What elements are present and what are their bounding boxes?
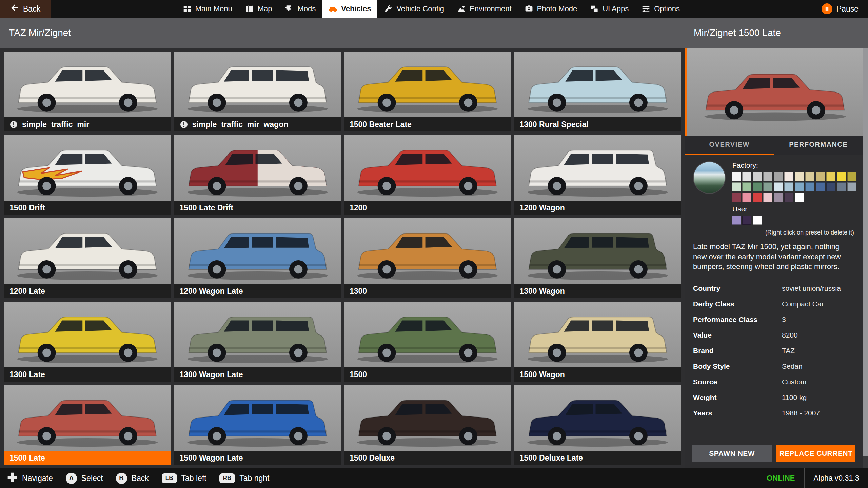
menu-item-label: Main Menu: [195, 4, 232, 13]
menu-item-ui-apps[interactable]: UI Apps: [584, 0, 635, 18]
menu-item-mods[interactable]: Mods: [279, 0, 322, 18]
menu-item-options[interactable]: Options: [635, 0, 686, 18]
vehicle-card-1300-wagon[interactable]: 1300 Wagon: [514, 218, 681, 298]
pause-button[interactable]: Pause: [812, 0, 868, 18]
vehicle-name: 1500 Deluxe Late: [520, 453, 583, 463]
factory-color-swatch-15[interactable]: [753, 182, 762, 191]
factory-color-swatch-10[interactable]: [826, 172, 835, 181]
user-color-swatch-2[interactable]: [742, 216, 751, 225]
spec-key: Value: [693, 331, 782, 339]
user-colors-label: User:: [732, 205, 858, 213]
tab-overview[interactable]: OVERVIEW: [685, 136, 774, 155]
factory-color-swatch-20[interactable]: [805, 182, 814, 191]
factory-color-swatch-6[interactable]: [784, 172, 793, 181]
spec-key: Derby Class: [693, 300, 782, 308]
factory-color-swatch-11[interactable]: [837, 172, 846, 181]
vehicle-card-1500-beater-late[interactable]: 1500 Beater Late: [344, 52, 511, 131]
vehicle-name: 1200: [350, 203, 367, 212]
factory-color-swatch-30[interactable]: [784, 193, 793, 202]
menu-item-label: Map: [258, 4, 272, 13]
vehicles-icon: [329, 4, 337, 13]
factory-color-swatch-27[interactable]: [753, 193, 762, 202]
vehicle-card-1200-wagon[interactable]: 1200 Wagon: [514, 135, 681, 215]
vehicle-card-1500[interactable]: 1500: [344, 302, 511, 382]
spec-value: 8200: [782, 331, 863, 339]
factory-color-swatch-13[interactable]: [732, 182, 741, 191]
factory-color-swatch-21[interactable]: [816, 182, 825, 191]
vehicle-card-label: 1500 Deluxe: [344, 451, 511, 465]
menu-item-vehicles[interactable]: Vehicles: [322, 0, 377, 18]
factory-color-swatch-31[interactable]: [795, 193, 804, 202]
menu-item-photo-mode[interactable]: Photo Mode: [518, 0, 584, 18]
menu-item-label: Photo Mode: [537, 4, 577, 13]
spec-row-years: Years1988 - 2007: [693, 405, 863, 421]
scrollbar-thumb[interactable]: [863, 48, 868, 456]
user-color-swatch-3[interactable]: [753, 216, 762, 225]
environment-icon: [457, 4, 466, 13]
factory-color-swatch-26[interactable]: [742, 193, 751, 202]
factory-color-swatch-16[interactable]: [763, 182, 772, 191]
detail-scrollbar[interactable]: [863, 48, 868, 468]
vehicle-card-1500-drift[interactable]: 1500 Drift: [4, 135, 171, 215]
back-button[interactable]: Back: [0, 0, 51, 18]
vehicle-card-simple-traffic-mir[interactable]: simple_traffic_mir: [4, 52, 171, 131]
mods-icon: [285, 4, 294, 13]
vehicle-card-1500-deluxe[interactable]: 1500 Deluxe: [344, 385, 511, 465]
factory-color-swatch-24[interactable]: [847, 182, 856, 191]
vehicle-name: 1500 Wagon Late: [180, 453, 243, 463]
vehicle-name: 1500 Wagon: [520, 370, 565, 379]
spec-value: Sedan: [782, 362, 863, 370]
spec-key: Brand: [693, 347, 782, 355]
user-color-swatch-1[interactable]: [732, 216, 741, 225]
vehicle-card-label: 1300 Rural Special: [514, 117, 681, 131]
vehicle-card-1500-late[interactable]: 1500 Late: [4, 385, 171, 465]
factory-color-swatch-18[interactable]: [784, 182, 793, 191]
factory-color-swatch-5[interactable]: [774, 172, 783, 181]
menu-item-main-menu[interactable]: Main Menu: [176, 0, 239, 18]
factory-color-swatch-4[interactable]: [763, 172, 772, 181]
factory-color-swatch-14[interactable]: [742, 182, 751, 191]
vehicle-card-1200[interactable]: 1200: [344, 135, 511, 215]
vehicle-card-1200-late[interactable]: 1200 Late: [4, 218, 171, 298]
factory-color-swatch-22[interactable]: [826, 182, 835, 191]
vehicle-card-1300[interactable]: 1300: [344, 218, 511, 298]
vehicle-card-simple-traffic-mir-wagon[interactable]: simple_traffic_mir_wagon: [174, 52, 341, 131]
vehicle-card-1500-late-drift[interactable]: 1500 Late Drift: [174, 135, 341, 215]
vehicle-card-1500-wagon-late[interactable]: 1500 Wagon Late: [174, 385, 341, 465]
factory-color-swatch-2[interactable]: [742, 172, 751, 181]
spawn-new-button[interactable]: SPAWN NEW: [692, 445, 772, 462]
vehicle-card-1500-wagon[interactable]: 1500 Wagon: [514, 302, 681, 382]
factory-color-swatch-3[interactable]: [753, 172, 762, 181]
vehicle-card-1300-late[interactable]: 1300 Late: [4, 302, 171, 382]
menu-item-environment[interactable]: Environment: [451, 0, 518, 18]
tab-performance[interactable]: PERFORMANCE: [774, 136, 863, 155]
factory-color-swatch-25[interactable]: [732, 193, 741, 202]
vehicle-card-1500-deluxe-late[interactable]: 1500 Deluxe Late: [514, 385, 681, 465]
menu-item-vehicle-config[interactable]: Vehicle Config: [377, 0, 451, 18]
environment-thumbnail[interactable]: [693, 161, 726, 194]
vehicle-card-1300-rural-special[interactable]: 1300 Rural Special: [514, 52, 681, 131]
factory-color-swatch-17[interactable]: [774, 182, 783, 191]
factory-color-swatch-1[interactable]: [732, 172, 741, 181]
factory-color-swatch-19[interactable]: [795, 182, 804, 191]
menu-item-map[interactable]: Map: [239, 0, 279, 18]
main-menu-nav: Main MenuMapModsVehiclesVehicle ConfigEn…: [51, 0, 812, 18]
vehicle-description: Late model TAZ Mir 1500, yet again, noth…: [685, 236, 863, 277]
vehicle-card-1300-wagon-late[interactable]: 1300 Wagon Late: [174, 302, 341, 382]
back-arrow-icon: [10, 3, 19, 14]
vehicle-card-1200-wagon-late[interactable]: 1200 Wagon Late: [174, 218, 341, 298]
factory-color-swatch-7[interactable]: [795, 172, 804, 181]
action-buttons: SPAWN NEW REPLACE CURRENT: [685, 441, 863, 468]
factory-color-swatch-28[interactable]: [763, 193, 772, 202]
factory-color-swatch-29[interactable]: [774, 193, 783, 202]
factory-color-swatch-8[interactable]: [805, 172, 814, 181]
factory-color-swatch-12[interactable]: [847, 172, 856, 181]
vehicle-card-label: 1300 Late: [4, 367, 171, 382]
spec-value: 3: [782, 316, 863, 324]
vehicle-card-label: 1300 Wagon: [514, 284, 681, 298]
vehicle-card-label: simple_traffic_mir_wagon: [174, 117, 341, 131]
factory-color-swatch-9[interactable]: [816, 172, 825, 181]
replace-current-button[interactable]: REPLACE CURRENT: [776, 445, 856, 462]
spec-value: 1100 kg: [782, 393, 863, 402]
factory-color-swatch-23[interactable]: [837, 182, 846, 191]
